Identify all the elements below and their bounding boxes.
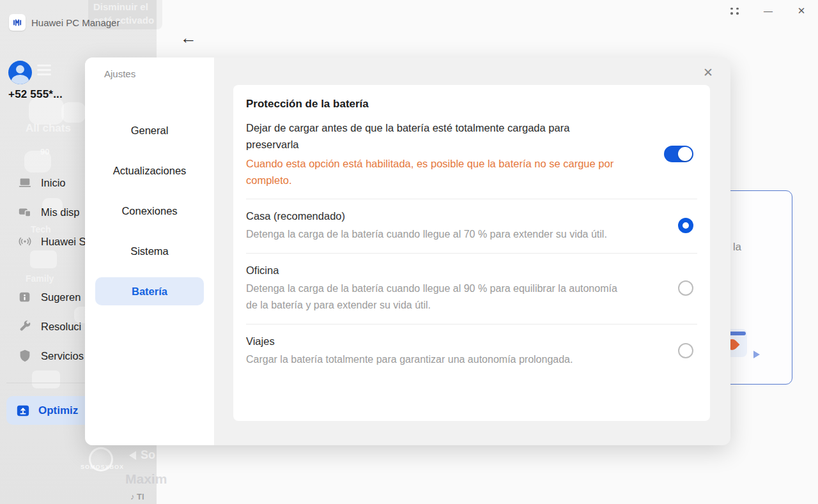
- battery-protection-toggle[interactable]: [664, 146, 693, 162]
- battery-protection-description: Dejar de cargar antes de que la batería …: [246, 119, 624, 153]
- back-button[interactable]: ←: [180, 28, 197, 48]
- radio-casa-selected[interactable]: [678, 218, 693, 233]
- settings-dialog: Ajustes General Actualizaciones Conexion…: [85, 57, 730, 445]
- ghost-bubble: [61, 102, 86, 123]
- sidebar-item-label: Inicio: [41, 177, 66, 189]
- account-phone-number: +52 555*...: [8, 88, 63, 101]
- sidebar-item-label: Sugeren: [41, 291, 81, 303]
- mode-description: Detenga la carga de la batería cuando ll…: [246, 226, 624, 243]
- battery-settings-panel: Protección de la batería Dejar de cargar…: [233, 85, 710, 421]
- ghost-xbox-label: SOMOSXBOX: [81, 464, 124, 470]
- settings-dialog-title: Ajustes: [104, 68, 135, 79]
- ghost-menu-line: [37, 65, 51, 66]
- screen: Disminuir el está activado Huawei PC Man…: [0, 0, 818, 504]
- sidebar-item-label: Huawei S: [41, 236, 86, 248]
- app-logo-row: Huawei PC Manager: [9, 14, 120, 31]
- window-controls: — ✕: [718, 0, 818, 22]
- user-avatar[interactable]: [8, 61, 32, 84]
- optimize-arrow-icon: [16, 404, 30, 418]
- grid-dots-glyph: [730, 8, 739, 15]
- battery-protection-warning: Cuando esta opción está habilitada, es p…: [246, 155, 624, 188]
- battery-protection-text-block: Dejar de cargar antes de que la batería …: [246, 119, 629, 188]
- sidebar-item-label: Servicios: [41, 350, 84, 362]
- mode-title: Casa (recomendado): [246, 208, 629, 224]
- battery-section-title: Protección de la batería: [233, 85, 710, 113]
- ghost-menu-line: [37, 73, 51, 75]
- mode-description: Detenga la carga de la batería cuando ll…: [246, 280, 624, 314]
- mode-text-block: Viajes Cargar la batería totalmente para…: [246, 333, 629, 368]
- app-title: Huawei PC Manager: [31, 17, 120, 28]
- dialog-close-button[interactable]: ✕: [698, 63, 718, 82]
- radio-viajes[interactable]: [678, 343, 693, 358]
- settings-dialog-sidebar: Ajustes General Actualizaciones Conexion…: [85, 57, 214, 445]
- optimize-button-label: Optimiz: [38, 404, 78, 417]
- huawei-pc-manager-logo-icon: [9, 14, 26, 31]
- avatar-body-shape: [12, 75, 29, 84]
- settings-tab-actualizaciones[interactable]: Actualizaciones: [95, 157, 204, 185]
- mode-text-block: Casa (recomendado) Detenga la carga de l…: [246, 208, 629, 243]
- sidebar-item-label: Mis disp: [41, 206, 80, 218]
- laptop-icon: [18, 176, 32, 190]
- window-close-button[interactable]: ✕: [785, 0, 818, 22]
- mode-text-block: Oficina Detenga la carga de la batería c…: [246, 263, 629, 314]
- mode-title: Oficina: [246, 263, 629, 278]
- ghost-toast-line1: Disminuir el: [93, 1, 148, 12]
- toggle-knob: [678, 147, 692, 161]
- mode-description: Cargar la batería totalmente para garant…: [246, 351, 624, 368]
- broadcast-icon: [18, 234, 32, 248]
- ghost-family-label: Family: [26, 273, 54, 284]
- info-icon: [18, 290, 32, 304]
- mode-title: Viajes: [246, 333, 629, 349]
- ghost-all-chats-label: All chats: [26, 122, 71, 135]
- ghost-xbox-logo: [89, 447, 113, 471]
- mode-row-viajes[interactable]: Viajes Cargar la batería totalmente para…: [233, 325, 710, 378]
- ghost-badge-90: 90: [40, 147, 49, 157]
- ghost-menu-line: [37, 69, 51, 71]
- sidebar-item-label: Resoluci: [41, 321, 81, 333]
- settings-menu: General Actualizaciones Conexiones Siste…: [85, 116, 214, 305]
- shield-icon: [18, 349, 32, 363]
- mode-row-oficina[interactable]: Oficina Detenga la carga de la batería c…: [233, 254, 710, 324]
- settings-tab-conexiones[interactable]: Conexiones: [95, 197, 204, 225]
- settings-tab-bateria[interactable]: Batería: [95, 277, 204, 305]
- radio-oficina[interactable]: [678, 280, 693, 296]
- background-card-partial-text: la: [733, 241, 741, 253]
- mode-row-casa[interactable]: Casa (recomendado) Detenga la carga de l…: [233, 199, 710, 253]
- wrench-icon: [18, 319, 32, 333]
- devices-icon: [18, 205, 32, 219]
- ghost-folder: [32, 370, 60, 388]
- illustration-triangle-shape: [753, 351, 760, 358]
- battery-protection-row: Dejar de cargar antes de que la batería …: [233, 113, 710, 199]
- minimize-button[interactable]: —: [752, 0, 785, 22]
- avatar-head-shape: [16, 65, 24, 73]
- app-grid-icon[interactable]: [718, 0, 752, 22]
- ghost-bubble: [29, 98, 64, 125]
- settings-tab-sistema[interactable]: Sistema: [95, 237, 204, 265]
- settings-tab-general[interactable]: General: [95, 116, 204, 144]
